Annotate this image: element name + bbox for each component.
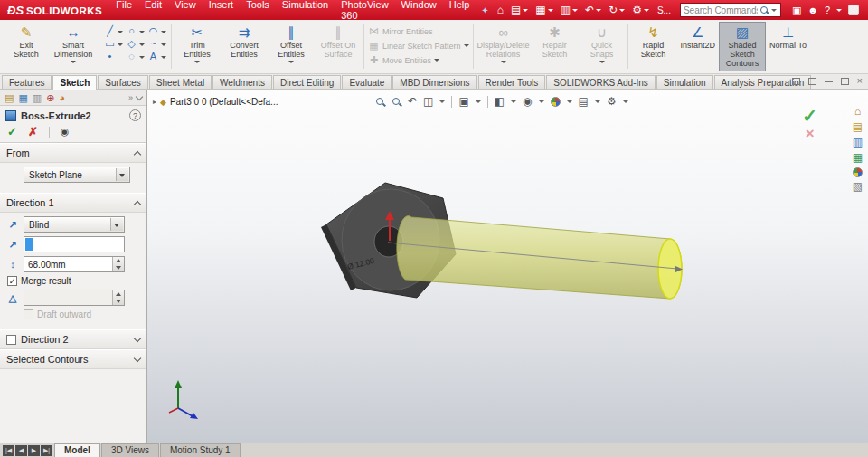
save-caret-icon[interactable] bbox=[548, 9, 553, 12]
custom-properties-icon[interactable]: ▧ bbox=[853, 181, 863, 193]
view-orientation-icon[interactable]: ▣ bbox=[458, 96, 468, 108]
view-settings-icon[interactable]: ⚙ bbox=[607, 96, 617, 108]
convert-entities-button[interactable]: ⇉ Convert Entities bbox=[221, 22, 268, 71]
pm-help-icon[interactable]: ? bbox=[129, 109, 141, 121]
point-tool-button[interactable]: • bbox=[104, 51, 123, 62]
view-settings-caret-icon[interactable] bbox=[623, 100, 628, 103]
search-input[interactable] bbox=[684, 5, 758, 15]
arc-tool-button[interactable]: ◠ bbox=[147, 25, 166, 36]
part-name-label[interactable]: Part3 0 0 (Default<<Defa... bbox=[170, 97, 278, 107]
confirm-ok-button[interactable]: ✓ bbox=[802, 108, 817, 124]
search-box[interactable] bbox=[680, 3, 781, 17]
tab-sheet-metal[interactable]: Sheet Metal bbox=[149, 75, 212, 89]
text-tool-button[interactable]: A bbox=[147, 51, 166, 62]
scene-caret-icon[interactable] bbox=[595, 100, 600, 103]
window-float-icon[interactable] bbox=[808, 78, 816, 85]
model-tab[interactable]: Model bbox=[54, 443, 100, 457]
display-delete-relations-button[interactable]: ∞ Display/Delete Relations bbox=[476, 22, 532, 71]
instant2d-button[interactable]: ∠ Instant2D bbox=[677, 22, 720, 71]
home-icon[interactable]: ⌂ bbox=[495, 3, 506, 17]
feature-tree-flyout[interactable]: ▸ ◆ Part3 0 0 (Default<<Defa... bbox=[153, 97, 278, 107]
smart-dimension-caret-icon[interactable] bbox=[71, 61, 76, 63]
draft-outward-checkbox[interactable] bbox=[24, 309, 33, 319]
polygon-tool-button[interactable]: ◇ bbox=[126, 38, 145, 49]
edit-appearance-icon[interactable] bbox=[551, 97, 561, 107]
window-menu-button[interactable] bbox=[848, 5, 859, 15]
end-condition-dropdown[interactable]: Blind bbox=[24, 216, 125, 233]
scroll-last-icon[interactable]: ▶| bbox=[41, 445, 52, 456]
search-icon[interactable] bbox=[760, 5, 769, 15]
direction2-expand-icon[interactable] bbox=[134, 335, 141, 342]
depth-value[interactable]: 68.00mm bbox=[24, 257, 112, 271]
model-3d[interactable]: Ø 12.00 bbox=[321, 183, 683, 299]
depth-spinner[interactable]: 68.00mm bbox=[24, 256, 125, 272]
from-dropdown[interactable]: Sketch Plane bbox=[24, 167, 130, 183]
circle-caret-icon[interactable] bbox=[139, 31, 145, 33]
fullscreen-icon[interactable]: ▣ bbox=[792, 5, 801, 16]
pm-cancel-button[interactable]: ✗ bbox=[28, 125, 38, 138]
property-manager-tab-icon[interactable]: ▦ bbox=[18, 92, 27, 103]
manager-pane-collapse-icon[interactable] bbox=[136, 92, 143, 100]
save-icon[interactable]: ▦ bbox=[533, 3, 555, 17]
zoom-to-area-icon[interactable] bbox=[392, 97, 401, 107]
tab-features[interactable]: Features bbox=[2, 75, 52, 89]
confirm-cancel-button[interactable]: × bbox=[806, 127, 815, 140]
direction1-section-header[interactable]: Direction 1 bbox=[0, 193, 146, 213]
offset-entities-button[interactable]: ∥ Offset Entities bbox=[268, 22, 315, 71]
scroll-prev-icon[interactable]: ◀ bbox=[15, 445, 27, 456]
draft-decrease-icon[interactable] bbox=[113, 298, 124, 305]
tab-surfaces[interactable]: Surfaces bbox=[98, 75, 147, 89]
tab-render-tools[interactable]: Render Tools bbox=[478, 75, 546, 89]
polygon-caret-icon[interactable] bbox=[139, 43, 145, 46]
hide-show-caret-icon[interactable] bbox=[539, 100, 544, 103]
motion-study-tab[interactable]: Motion Study 1 bbox=[160, 443, 241, 457]
move-caret-icon[interactable] bbox=[434, 59, 439, 62]
trim-caret-icon[interactable] bbox=[194, 61, 200, 63]
display-style-caret-icon[interactable] bbox=[511, 100, 516, 103]
direction-reference-icon[interactable]: ↗ bbox=[5, 239, 20, 251]
line-tool-button[interactable]: ╱ bbox=[104, 25, 123, 36]
smart-dimension-button[interactable]: ↔ Smart Dimension bbox=[50, 22, 97, 71]
window-restore-icon[interactable] bbox=[792, 78, 800, 85]
pm-ok-button[interactable]: ✓ bbox=[7, 125, 17, 138]
rectangle-caret-icon[interactable] bbox=[118, 43, 123, 46]
ellipse-caret-icon[interactable] bbox=[139, 56, 145, 59]
manager-tabs-overflow-icon[interactable]: » bbox=[128, 93, 133, 102]
3d-views-tab[interactable]: 3D Views bbox=[101, 443, 159, 457]
window-close-icon[interactable]: × bbox=[857, 77, 863, 85]
spline-caret-icon[interactable] bbox=[161, 43, 166, 46]
section-view-icon[interactable]: ◫ bbox=[423, 96, 433, 108]
options-gear-icon[interactable]: ⚙ bbox=[629, 3, 652, 17]
previous-view-icon[interactable]: ↶ bbox=[408, 96, 417, 108]
exit-sketch-button[interactable]: ✎ Exit Sketch bbox=[3, 22, 50, 71]
direction2-section-header[interactable]: Direction 2 bbox=[0, 329, 146, 349]
user-icon[interactable]: ☻ bbox=[807, 5, 818, 15]
resources-home-icon[interactable]: ⌂ bbox=[854, 106, 861, 118]
open-caret-icon[interactable] bbox=[523, 9, 528, 12]
tab-weldments[interactable]: Weldments bbox=[212, 75, 272, 89]
zoom-to-fit-icon[interactable] bbox=[375, 97, 385, 107]
graphics-viewport[interactable]: Ø 12.00 ▸ ◆ Part3 0 0 (Default<<Defa... bbox=[147, 90, 868, 443]
options-caret-icon[interactable] bbox=[644, 9, 649, 12]
draft-angle-spinner[interactable] bbox=[24, 290, 125, 306]
depth-decrease-icon[interactable] bbox=[113, 264, 124, 271]
tab-direct-editing[interactable]: Direct Editing bbox=[273, 75, 341, 89]
tab-mbd-dimensions[interactable]: MBD Dimensions bbox=[392, 75, 476, 89]
shaded-sketch-contours-button[interactable]: ▨ Shaded Sketch Contours bbox=[719, 22, 766, 71]
file-explorer-icon[interactable]: ▥ bbox=[853, 137, 863, 148]
rebuild-icon[interactable]: ↻ bbox=[606, 3, 627, 17]
window-minimize-icon[interactable] bbox=[825, 80, 833, 82]
quick-snaps-button[interactable]: ∪ Quick Snaps bbox=[579, 22, 626, 71]
window-maximize-icon[interactable] bbox=[841, 78, 849, 85]
linear-pattern-caret-icon[interactable] bbox=[464, 44, 469, 47]
display-delete-caret-icon[interactable] bbox=[501, 61, 506, 63]
rectangle-tool-button[interactable]: ▭ bbox=[104, 38, 123, 49]
direction2-checkbox[interactable] bbox=[6, 335, 16, 345]
section-view-caret-icon[interactable] bbox=[439, 100, 445, 103]
tab-solidworks-add-ins[interactable]: SOLIDWORKS Add-Ins bbox=[546, 75, 655, 89]
end-condition-icon[interactable]: ↗ bbox=[5, 219, 20, 231]
print-caret-icon[interactable] bbox=[572, 9, 578, 12]
help-caret-icon[interactable] bbox=[836, 9, 842, 12]
open-icon[interactable]: ▤ bbox=[508, 3, 531, 17]
rebuild-caret-icon[interactable] bbox=[619, 9, 625, 12]
